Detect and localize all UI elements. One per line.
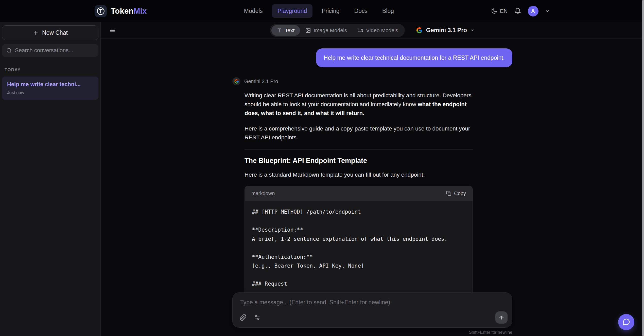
- model-chevron-down-icon: [470, 28, 475, 32]
- code-language-label: markdown: [251, 191, 275, 196]
- page-scrollbar[interactable]: [642, 0, 644, 336]
- main-nav: Models Playground Pricing Docs Blog: [238, 4, 399, 18]
- paperclip-icon: [240, 314, 247, 321]
- new-chat-button[interactable]: New Chat: [2, 25, 98, 40]
- brand-logo: [95, 5, 107, 17]
- toolbar-center-group: Text Image Models Video Mo: [270, 24, 475, 37]
- conversation-time: Just now: [7, 90, 93, 95]
- nav-item-models[interactable]: Models: [238, 4, 268, 18]
- assistant-paragraph-2: Here is a comprehensive guide and a copy…: [245, 124, 473, 142]
- divider: [245, 150, 473, 150]
- attach-file-button[interactable]: [240, 314, 247, 321]
- search-icon: [6, 48, 12, 53]
- arrow-up-icon: [498, 314, 504, 321]
- user-message-row: Help me write clear technical documentat…: [232, 48, 512, 67]
- language-theme-toggle[interactable]: EN: [491, 8, 508, 14]
- assistant-body: Writing clear REST API documentation is …: [245, 91, 473, 314]
- hamburger-menu-icon[interactable]: [109, 27, 116, 34]
- brand[interactable]: TokenMix: [95, 5, 147, 17]
- search-input[interactable]: [15, 47, 94, 54]
- tab-text[interactable]: Text: [271, 25, 300, 36]
- brand-title: TokenMix: [111, 7, 147, 16]
- tab-image-models-label: Image Models: [314, 27, 347, 33]
- assistant-model-name: Gemini 3.1 Pro: [244, 79, 278, 84]
- send-button[interactable]: [495, 311, 508, 324]
- tab-text-label: Text: [285, 27, 295, 33]
- playground-toolbar: Text Image Models Video Mo: [101, 22, 644, 39]
- sidebar: New Chat TODAY Help me write clear techn…: [0, 22, 101, 336]
- circled-t-icon: [96, 7, 105, 15]
- message-input[interactable]: [233, 293, 512, 311]
- code-block-header: markdown Copy: [245, 186, 473, 201]
- user-message-bubble: Help me write clear technical documentat…: [316, 48, 512, 67]
- brand-name-secondary: Mix: [134, 7, 147, 15]
- gemini-avatar: [232, 77, 240, 85]
- assistant-paragraph-3: Here is a standard Markdown template you…: [245, 170, 473, 179]
- model-settings-button[interactable]: [254, 314, 260, 321]
- composer-actions: [240, 311, 508, 324]
- chat-bubble-icon: [622, 318, 630, 326]
- google-g-icon: [416, 27, 423, 34]
- top-navbar: TokenMix Models Playground Pricing Docs …: [0, 0, 644, 22]
- composer-hint: Shift+Enter for newline: [232, 330, 512, 335]
- mode-tabs: Text Image Models Video Mo: [270, 24, 405, 37]
- assistant-header: Gemini 3.1 Pro: [232, 77, 512, 85]
- nav-item-blog[interactable]: Blog: [377, 4, 399, 18]
- bell-icon[interactable]: [514, 8, 521, 14]
- copy-icon: [446, 191, 451, 196]
- nav-item-docs[interactable]: Docs: [349, 4, 373, 18]
- google-g-icon: [234, 79, 239, 84]
- sliders-icon: [254, 314, 260, 321]
- copy-button-label: Copy: [454, 191, 466, 196]
- composer-card: [232, 292, 512, 328]
- tab-video-models-label: Video Models: [366, 27, 398, 33]
- assistant-message: Gemini 3.1 Pro Writing clear REST API do…: [232, 77, 512, 314]
- video-camera-icon: [358, 28, 363, 33]
- support-chat-button[interactable]: [618, 314, 634, 330]
- main-panel: Text Image Models Video Mo: [101, 22, 644, 336]
- chevron-down-icon[interactable]: [545, 9, 550, 13]
- conversation-item[interactable]: Help me write clear techni... Just now: [2, 77, 98, 100]
- nav-item-pricing[interactable]: Pricing: [316, 4, 345, 18]
- assistant-heading: The Blueprint: API Endpoint Template: [245, 157, 473, 165]
- chat-scroll-area[interactable]: Help me write clear technical documentat…: [101, 39, 644, 336]
- nav-item-playground[interactable]: Playground: [272, 4, 312, 18]
- tab-image-models[interactable]: Image Models: [300, 25, 352, 36]
- image-icon: [305, 28, 311, 33]
- search-box: [2, 44, 98, 57]
- tab-video-models[interactable]: Video Models: [352, 25, 404, 36]
- brand-name-primary: Token: [111, 7, 134, 15]
- language-label: EN: [500, 8, 508, 14]
- composer: Shift+Enter for newline: [101, 292, 644, 335]
- assistant-paragraph-1: Writing clear REST API documentation is …: [245, 91, 473, 118]
- nav-right-group: EN A: [491, 6, 550, 16]
- plus-icon: [33, 30, 39, 36]
- app-window: TokenMix Models Playground Pricing Docs …: [0, 0, 644, 336]
- section-label-today: TODAY: [5, 67, 98, 72]
- copy-button[interactable]: Copy: [446, 191, 466, 196]
- conversation-title: Help me write clear techni...: [7, 81, 93, 88]
- top-navbar-inner: TokenMix Models Playground Pricing Docs …: [93, 0, 552, 22]
- model-selector[interactable]: Gemini 3.1 Pro: [416, 27, 475, 34]
- new-chat-label: New Chat: [42, 29, 68, 36]
- moon-icon: [491, 8, 497, 14]
- body-row: New Chat TODAY Help me write clear techn…: [0, 22, 644, 336]
- avatar[interactable]: A: [528, 6, 538, 16]
- text-icon: [277, 28, 282, 33]
- model-name: Gemini 3.1 Pro: [426, 27, 467, 34]
- chat-column: Help me write clear technical documentat…: [232, 48, 512, 314]
